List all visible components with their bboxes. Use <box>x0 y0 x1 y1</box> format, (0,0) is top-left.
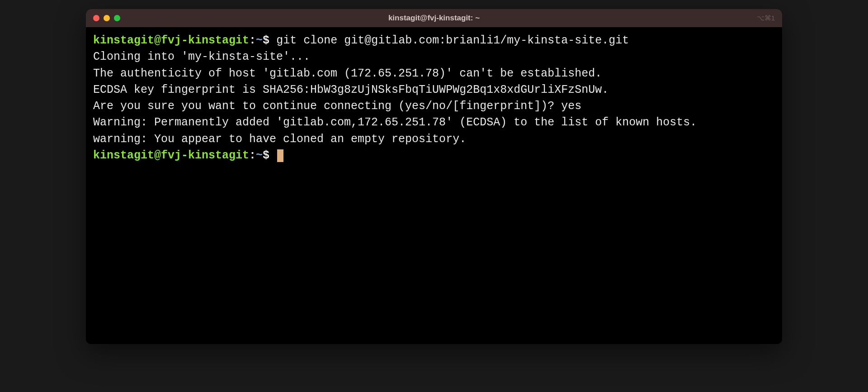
maximize-button[interactable] <box>114 15 120 21</box>
prompt-user-host: kinstagit@fvj-kinstagit <box>93 34 249 47</box>
minimize-button[interactable] <box>104 15 110 21</box>
output-line-2: The authenticity of host 'gitlab.com (17… <box>93 67 602 80</box>
output-line-5: Warning: Permanently added 'gitlab.com,1… <box>93 116 697 129</box>
command-1: git clone git@gitlab.com:brianli1/my-kin… <box>276 34 629 47</box>
prompt-symbol-2: $ <box>263 149 269 162</box>
close-button[interactable] <box>93 15 99 21</box>
output-line-6: warning: You appear to have cloned an em… <box>93 133 466 146</box>
cursor <box>277 149 283 162</box>
title-bar: kinstagit@fvj-kinstagit: ~ ⌥⌘1 <box>86 9 782 27</box>
terminal-window: kinstagit@fvj-kinstagit: ~ ⌥⌘1 kinstagit… <box>86 9 782 344</box>
prompt-path-2: ~ <box>256 149 263 162</box>
prompt-path: ~ <box>256 34 263 47</box>
terminal-body[interactable]: kinstagit@fvj-kinstagit:~$ git clone git… <box>86 27 782 344</box>
window-title: kinstagit@fvj-kinstagit: ~ <box>388 14 480 23</box>
prompt-separator: : <box>249 34 256 47</box>
traffic-lights <box>93 15 120 21</box>
prompt-separator-2: : <box>249 149 256 162</box>
prompt-symbol: $ <box>263 34 269 47</box>
output-line-4: Are you sure you want to continue connec… <box>93 100 581 113</box>
output-line-1: Cloning into 'my-kinsta-site'... <box>93 50 310 63</box>
window-shortcut-label: ⌥⌘1 <box>757 14 775 22</box>
output-line-3: ECDSA key fingerprint is SHA256:HbW3g8zU… <box>93 83 609 96</box>
command-text <box>269 34 276 47</box>
prompt-user-host-2: kinstagit@fvj-kinstagit <box>93 149 249 162</box>
